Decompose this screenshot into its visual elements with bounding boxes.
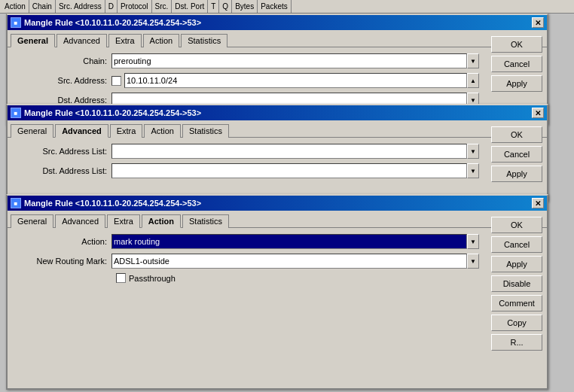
ok-button-2[interactable]: OK — [491, 126, 542, 143]
close-button-1[interactable]: ✕ — [532, 17, 544, 28]
titlebar-2: ■ Mangle Rule <10.10.11.0-20.254.254.254… — [8, 105, 547, 120]
col-src-address: Src. Address — [56, 0, 105, 13]
tabs-3: General Advanced Extra Action Statistics — [8, 211, 547, 228]
apply-button-3[interactable]: Apply — [491, 256, 542, 272]
chain-select-wrapper: ▼ — [111, 53, 479, 68]
tab-action-1[interactable]: Action — [143, 34, 180, 47]
routing-mark-dropdown[interactable]: ▼ — [467, 254, 479, 269]
apply-button-2[interactable]: Apply — [491, 166, 542, 182]
tab-general-2[interactable]: General — [11, 124, 53, 138]
passthrough-checkbox[interactable] — [116, 273, 126, 283]
col-src: Src. — [152, 0, 173, 13]
window-icon-3: ■ — [11, 198, 21, 208]
chain-row: Chain: ▼ — [14, 53, 479, 68]
btn-panel-1: OK Cancel Apply — [491, 36, 542, 92]
cancel-button-1[interactable]: Cancel — [491, 56, 542, 72]
tab-statistics-1[interactable]: Statistics — [181, 34, 227, 47]
src-address-input[interactable] — [124, 73, 467, 88]
window-title-1: Mangle Rule <10.10.11.0-20.254.254.254->… — [24, 18, 201, 27]
titlebar-1: ■ Mangle Rule <10.10.11.0-20.254.254.254… — [8, 15, 547, 30]
tabs-2: General Advanced Extra Action Statistics — [8, 120, 547, 138]
passthrough-row: Passthrough — [14, 273, 479, 283]
tab-extra-2[interactable]: Extra — [110, 124, 143, 138]
comment-button[interactable]: Comment — [491, 295, 542, 311]
tab-statistics-3[interactable]: Statistics — [182, 214, 229, 228]
src-address-wrapper: ▲ — [111, 73, 479, 88]
col-q: Q — [219, 0, 232, 13]
window-title-3: Mangle Rule <10.10.11.0-20.254.254.254->… — [24, 199, 201, 208]
ok-button-3[interactable]: OK — [491, 217, 542, 233]
copy-button[interactable]: Copy — [491, 315, 542, 331]
titlebar-left-2: ■ Mangle Rule <10.10.11.0-20.254.254.254… — [11, 108, 201, 118]
apply-button-1[interactable]: Apply — [491, 75, 542, 92]
routing-mark-input[interactable] — [111, 254, 467, 269]
tab-extra-3[interactable]: Extra — [107, 214, 140, 228]
table-header: Action Chain Src. Address D Protocol Src… — [0, 0, 574, 14]
cancel-button-3[interactable]: Cancel — [491, 236, 542, 253]
col-bytes: Bytes — [232, 0, 258, 13]
tab-advanced-3[interactable]: Advanced — [55, 214, 105, 228]
titlebar-3: ■ Mangle Rule <10.10.11.0-20.254.254.254… — [8, 196, 547, 211]
r-button[interactable]: R... — [491, 334, 542, 351]
passthrough-label: Passthrough — [129, 274, 176, 283]
tab-advanced-1[interactable]: Advanced — [56, 34, 107, 47]
src-address-row: Src. Address: ▲ — [14, 73, 479, 88]
src-address-scroll[interactable]: ▲ — [467, 73, 479, 88]
col-chain: Chain — [29, 0, 56, 13]
window-title-2: Mangle Rule <10.10.11.0-20.254.254.254->… — [24, 108, 201, 117]
tab-action-2[interactable]: Action — [144, 124, 181, 138]
close-button-3[interactable]: ✕ — [532, 198, 544, 208]
chain-dropdown-arrow[interactable]: ▼ — [467, 53, 479, 68]
close-button-2[interactable]: ✕ — [532, 108, 544, 118]
col-dst-port: Dst. Port — [172, 0, 208, 13]
col-action: Action — [2, 0, 29, 13]
src-address-list-wrapper: ▼ — [111, 144, 479, 159]
col-d: D — [105, 0, 118, 13]
tab-advanced-2[interactable]: Advanced — [55, 124, 108, 138]
btn-panel-2: OK Cancel Apply — [491, 126, 542, 182]
action-input[interactable] — [111, 234, 467, 249]
tab-statistics-2[interactable]: Statistics — [182, 124, 229, 138]
col-t: T — [208, 0, 219, 13]
action-select-wrapper: ▼ — [111, 234, 479, 249]
dst-address-list-input[interactable] — [111, 163, 467, 178]
col-protocol: Protocol — [118, 0, 152, 13]
tab-action-3[interactable]: Action — [142, 214, 181, 228]
src-address-checkbox[interactable] — [111, 76, 121, 86]
src-address-list-dropdown[interactable]: ▼ — [467, 144, 479, 159]
src-address-list-row: Src. Address List: ▼ — [14, 144, 479, 159]
src-address-list-label: Src. Address List: — [14, 147, 111, 156]
dst-address-list-wrapper: ▼ — [111, 163, 479, 178]
window-3: ■ Mangle Rule <10.10.11.0-20.254.254.254… — [6, 194, 548, 390]
form-content-3: Action: ▼ New Routing Mark: ▼ Passthroug… — [8, 228, 547, 293]
action-dropdown-arrow[interactable]: ▼ — [467, 234, 479, 249]
routing-mark-label: New Routing Mark: — [14, 257, 111, 266]
tab-extra-1[interactable]: Extra — [108, 34, 142, 47]
cancel-button-2[interactable]: Cancel — [491, 146, 542, 163]
dst-address-list-label: Dst. Address List: — [14, 166, 111, 175]
action-label: Action: — [14, 237, 111, 246]
chain-label: Chain: — [14, 56, 111, 65]
dst-address-list-dropdown[interactable]: ▼ — [467, 163, 479, 178]
src-address-label: Src. Address: — [14, 76, 111, 85]
routing-mark-row: New Routing Mark: ▼ — [14, 254, 479, 269]
routing-mark-wrapper: ▼ — [111, 254, 479, 269]
chain-input[interactable] — [111, 53, 467, 68]
form-content-2: Src. Address List: ▼ Dst. Address List: … — [8, 138, 547, 189]
btn-panel-3: OK Cancel Apply Disable Comment Copy R..… — [491, 217, 542, 351]
tab-general-3[interactable]: General — [11, 214, 53, 228]
titlebar-left-3: ■ Mangle Rule <10.10.11.0-20.254.254.254… — [11, 198, 201, 208]
window-2: ■ Mangle Rule <10.10.11.0-20.254.254.254… — [6, 104, 548, 202]
window-icon-1: ■ — [11, 17, 21, 28]
titlebar-left-1: ■ Mangle Rule <10.10.11.0-20.254.254.254… — [11, 17, 201, 28]
ok-button-1[interactable]: OK — [491, 36, 542, 53]
disable-button[interactable]: Disable — [491, 275, 542, 292]
window-icon-2: ■ — [11, 108, 21, 118]
action-row: Action: ▼ — [14, 234, 479, 249]
tabs-1: General Advanced Extra Action Statistics — [8, 30, 547, 47]
tab-general-1[interactable]: General — [11, 34, 55, 47]
dst-address-list-row: Dst. Address List: ▼ — [14, 163, 479, 178]
col-packets: Packets — [258, 0, 292, 13]
src-address-list-input[interactable] — [111, 144, 467, 159]
